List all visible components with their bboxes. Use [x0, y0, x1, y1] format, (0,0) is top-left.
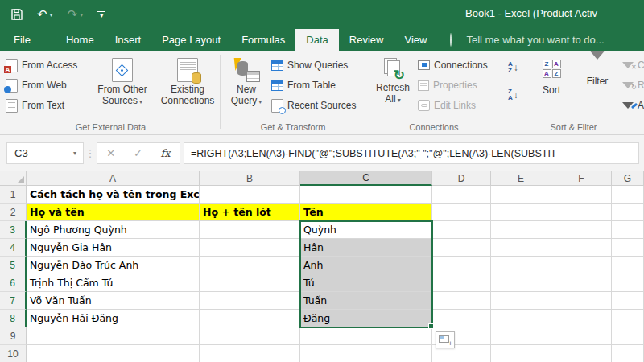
- connections-button[interactable]: Connections: [418, 56, 488, 74]
- cell-G3[interactable]: [612, 221, 644, 239]
- cell-B6[interactable]: [200, 274, 300, 292]
- formula-input[interactable]: =RIGHT(A3;LEN(A3)-FIND("@";SUBSTITUTE(A3…: [184, 142, 639, 164]
- customize-qat-button[interactable]: ▾: [97, 11, 105, 18]
- cell-B5[interactable]: [200, 257, 300, 274]
- row-header-4[interactable]: 4: [0, 239, 27, 257]
- cell-F2[interactable]: [551, 204, 612, 221]
- cell-A1[interactable]: Cách tách họ và tên trong Excel: [27, 186, 200, 204]
- cell-A2[interactable]: Họ và tên: [27, 204, 200, 221]
- cell-A3[interactable]: Ngô Phương Quỳnh: [27, 221, 200, 239]
- cell-F8[interactable]: [551, 310, 612, 327]
- cell-A5[interactable]: Nguyễn Đào Trúc Anh: [27, 257, 200, 274]
- fill-handle[interactable]: [428, 323, 434, 329]
- cell-G6[interactable]: [612, 274, 644, 292]
- undo-button[interactable]: ↶ ▾: [37, 7, 53, 22]
- show-queries-button[interactable]: Show Queries: [271, 56, 356, 74]
- cell-F3[interactable]: [551, 221, 612, 239]
- cell-E9[interactable]: [491, 327, 551, 345]
- cell-B4[interactable]: [200, 239, 300, 257]
- cell-C9[interactable]: [300, 327, 432, 345]
- tab-home[interactable]: Home: [56, 29, 105, 51]
- autofill-options-button[interactable]: +: [436, 331, 455, 348]
- column-header-g[interactable]: G: [612, 171, 644, 186]
- column-header-f[interactable]: F: [551, 171, 612, 186]
- cell-C8[interactable]: Đăng: [300, 310, 432, 327]
- cell-F10[interactable]: [551, 345, 612, 362]
- row-header-2[interactable]: 2: [0, 204, 27, 221]
- column-header-a[interactable]: A: [27, 171, 200, 186]
- cell-D7[interactable]: [432, 292, 491, 310]
- sort-ascending-button[interactable]: AZ ↓: [508, 58, 518, 77]
- cell-G7[interactable]: [612, 292, 644, 310]
- cell-B9[interactable]: [200, 327, 300, 345]
- cell-B7[interactable]: [200, 292, 300, 310]
- cell-E4[interactable]: [491, 239, 551, 257]
- cell-E5[interactable]: [491, 257, 551, 274]
- cell-G2[interactable]: [612, 204, 644, 221]
- row-header-7[interactable]: 7: [0, 292, 27, 310]
- cell-A6[interactable]: Trịnh Thị Cẩm Tú: [27, 274, 200, 292]
- cell-E3[interactable]: [491, 221, 551, 239]
- cell-E1[interactable]: [491, 186, 551, 204]
- column-header-e[interactable]: E: [491, 171, 551, 186]
- cell-C3-active[interactable]: Quỳnh: [300, 221, 432, 239]
- name-box[interactable]: C3 ▾: [6, 142, 84, 164]
- cell-A9[interactable]: [27, 327, 200, 345]
- save-icon[interactable]: [11, 9, 23, 20]
- tab-insert[interactable]: Insert: [105, 29, 152, 51]
- cell-F9[interactable]: [551, 327, 612, 345]
- cell-G9[interactable]: [612, 327, 644, 345]
- tab-file[interactable]: File: [0, 29, 44, 51]
- advanced-filter-button[interactable]: Advanced: [622, 97, 644, 114]
- cell-B10[interactable]: [200, 345, 300, 362]
- cell-C4[interactable]: Hân: [300, 239, 432, 257]
- select-all-button[interactable]: [0, 171, 27, 186]
- cell-C7[interactable]: Tuấn: [300, 292, 432, 310]
- cell-D4[interactable]: [432, 239, 491, 257]
- tab-formulas[interactable]: Formulas: [231, 29, 295, 51]
- cell-B2[interactable]: Họ + tên lót: [200, 204, 300, 221]
- cell-D5[interactable]: [432, 257, 491, 274]
- name-box-dropdown-icon[interactable]: ▾: [67, 150, 83, 157]
- cell-E8[interactable]: [491, 310, 551, 327]
- new-query-button[interactable]: New Query▾: [225, 56, 267, 108]
- cell-F4[interactable]: [551, 239, 612, 257]
- row-header-1[interactable]: 1: [0, 186, 27, 204]
- cell-A10[interactable]: [27, 345, 200, 362]
- cell-E7[interactable]: [491, 292, 551, 310]
- row-header-6[interactable]: 6: [0, 274, 27, 292]
- tab-page-layout[interactable]: Page Layout: [151, 29, 231, 51]
- from-web-button[interactable]: From Web: [6, 76, 77, 94]
- cell-C10[interactable]: [300, 345, 432, 362]
- undo-dropdown-icon[interactable]: ▾: [50, 11, 53, 19]
- cell-D8[interactable]: [432, 310, 491, 327]
- row-header-10[interactable]: 10: [0, 345, 27, 362]
- cell-F6[interactable]: [551, 274, 612, 292]
- cell-F5[interactable]: [551, 257, 612, 274]
- cell-G1[interactable]: [612, 186, 644, 204]
- cell-G8[interactable]: [612, 310, 644, 327]
- cell-B1[interactable]: [200, 186, 300, 204]
- cell-G10[interactable]: [612, 345, 644, 362]
- cell-A8[interactable]: Nguyễn Hải Đăng: [27, 310, 200, 327]
- row-header-9[interactable]: 9: [0, 327, 27, 345]
- cell-C1[interactable]: [300, 186, 432, 204]
- filter-button[interactable]: Filter: [577, 57, 617, 87]
- cell-D6[interactable]: [432, 274, 491, 292]
- cell-E6[interactable]: [491, 274, 551, 292]
- cell-G5[interactable]: [612, 257, 644, 274]
- cell-D2[interactable]: [432, 204, 491, 221]
- cell-F7[interactable]: [551, 292, 612, 310]
- cell-G4[interactable]: [612, 239, 644, 257]
- cell-C5[interactable]: Anh: [300, 257, 432, 274]
- insert-function-icon[interactable]: fx: [160, 147, 170, 159]
- from-text-button[interactable]: From Text: [6, 97, 77, 114]
- from-access-button[interactable]: A From Access: [6, 56, 77, 74]
- refresh-all-button[interactable]: ↻ Refresh All▾: [371, 56, 415, 106]
- existing-connections-button[interactable]: Existing Connections: [156, 56, 219, 106]
- cell-A4[interactable]: Nguyễn Gia Hân: [27, 239, 200, 257]
- row-header-8[interactable]: 8: [0, 310, 27, 327]
- from-table-button[interactable]: From Table: [271, 76, 356, 94]
- tab-data[interactable]: Data: [295, 29, 338, 51]
- sort-descending-button[interactable]: ZA ↓: [508, 85, 518, 105]
